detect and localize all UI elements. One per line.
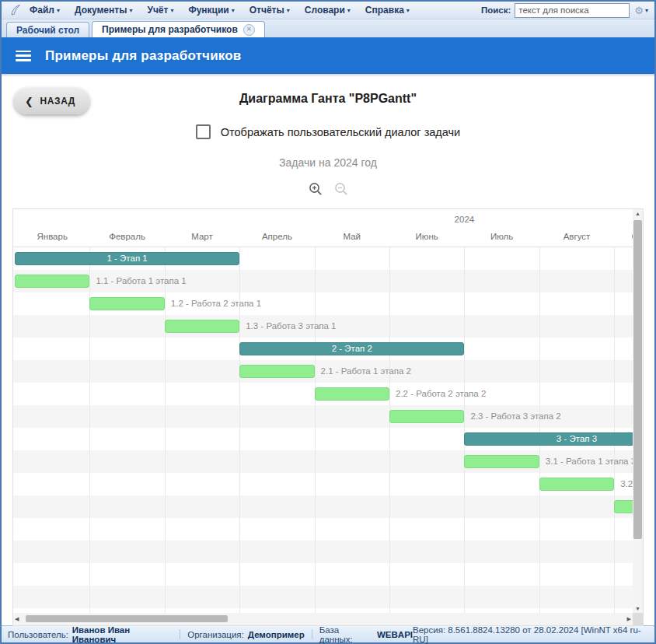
- gantt-subtitle: Задачи на 2024 год: [2, 156, 654, 169]
- menu-caret-icon: ▾: [287, 7, 290, 14]
- gantt-month-label: Январь: [15, 228, 89, 247]
- gantt-month-label: Февраль: [89, 228, 164, 247]
- gantt-year-label: 2024: [15, 209, 633, 228]
- tab-label: Примеры для разработчиков: [102, 24, 238, 35]
- search-area: Поиск: ⚙ ▾: [481, 3, 648, 18]
- gantt-bar-stage[interactable]: 1 - Этап 1: [15, 252, 239, 265]
- main-menu: Файл▾Документы▾Учёт▾Функции▾Отчёты▾Слова…: [30, 5, 424, 16]
- menu-item-2[interactable]: Учёт▾: [147, 5, 173, 16]
- settings-gear-icon[interactable]: ⚙: [634, 5, 644, 16]
- status-db-label: База данных:: [319, 625, 373, 644]
- task-dialog-checkbox-label: Отображать пользовательский диалог задач…: [221, 126, 460, 138]
- horizontal-scrollbar[interactable]: ◀ ▶: [13, 613, 633, 625]
- menu-item-6[interactable]: Справка▾: [365, 5, 410, 16]
- gantt-task-label: 2.3 - Работа 3 этапа 2: [470, 410, 560, 423]
- menu-caret-icon: ▾: [170, 7, 173, 14]
- gantt-bar-stage[interactable]: 3 - Этап 3: [464, 432, 633, 446]
- gantt-bar-work[interactable]: [15, 275, 89, 288]
- status-user-label: Пользователь:: [8, 630, 68, 639]
- app-logo-icon: [9, 4, 22, 16]
- gantt-gridline: [539, 247, 540, 613]
- gantt-task-label: 1.2 - Работа 2 этапа 1: [171, 297, 261, 310]
- gantt-month-label: Май: [315, 228, 389, 247]
- gantt-task-label: 3.2 - Работа 2 этапа 3: [620, 478, 633, 491]
- menu-caret-icon: ▾: [232, 7, 235, 14]
- gantt-gridline: [464, 247, 465, 613]
- gantt-month-label: Июнь: [389, 228, 464, 247]
- gantt-gridline: [614, 247, 615, 613]
- search-input[interactable]: [515, 3, 630, 18]
- menu-caret-icon: ▾: [347, 7, 351, 14]
- status-bar: Пользователь: Иванов Иван Иванович Орган…: [2, 625, 654, 642]
- gantt-bar-work[interactable]: [89, 297, 164, 310]
- menu-caret-icon: ▾: [129, 7, 132, 14]
- status-separator: [312, 629, 312, 639]
- status-org-label: Организация:: [187, 630, 244, 639]
- search-label: Поиск:: [481, 5, 511, 15]
- tab-1[interactable]: Примеры для разработчиков✕: [92, 21, 265, 37]
- horizontal-scrollbar-thumb[interactable]: [26, 615, 228, 622]
- page-content: ❮ НАЗАД Диаграмма Ганта "P8PGantt" Отобр…: [2, 77, 654, 625]
- gantt-month-label: Июль: [464, 228, 539, 247]
- app-header: Примеры для разработчиков: [2, 37, 654, 74]
- status-version: Версия: 8.561.8824.13280 от 28.02.2024 […: [413, 625, 648, 644]
- menu-item-3[interactable]: Функции▾: [188, 5, 234, 16]
- status-org-value: Демопример: [248, 630, 305, 639]
- gantt-task-label: 1.3 - Работа 3 этапа 1: [246, 320, 336, 333]
- gantt-month-label: Сентябрь: [614, 228, 633, 247]
- gantt-bar-work[interactable]: [614, 500, 633, 513]
- tab-close-icon[interactable]: ✕: [243, 24, 255, 36]
- app-header-title: Примеры для разработчиков: [45, 48, 242, 64]
- gantt-task-label: 1.1 - Работа 1 этапа 1: [96, 275, 186, 288]
- scroll-up-icon[interactable]: ▲: [633, 211, 643, 216]
- zoom-controls: [2, 182, 654, 196]
- vertical-scrollbar-thumb[interactable]: [633, 220, 642, 539]
- menu-caret-icon: ▾: [407, 7, 410, 14]
- checkbox-row: Отображать пользовательский диалог задач…: [2, 124, 654, 139]
- gantt-body: 1 - Этап 11.1 - Работа 1 этапа 11.2 - Ра…: [13, 247, 633, 613]
- gantt-gridline: [315, 247, 316, 613]
- menu-item-1[interactable]: Документы▾: [75, 5, 133, 16]
- scroll-left-icon[interactable]: ◀: [15, 616, 19, 622]
- gantt-bar-work[interactable]: [165, 320, 239, 333]
- vertical-scrollbar[interactable]: ▲ ▼: [633, 209, 643, 613]
- gantt-chart: 2024 ЯнварьФевральМартАпрельМайИюньИюльА…: [12, 208, 644, 626]
- gantt-bar-work[interactable]: [239, 365, 314, 378]
- gantt-gridline: [165, 247, 166, 613]
- menu-bar: Файл▾Документы▾Учёт▾Функции▾Отчёты▾Слова…: [2, 2, 654, 19]
- zoom-in-icon[interactable]: [309, 182, 323, 196]
- gantt-viewport: 2024 ЯнварьФевральМартАпрельМайИюньИюльА…: [13, 209, 633, 613]
- status-user-value: Иванов Иван Иванович: [72, 625, 173, 644]
- gantt-month-label: Апрель: [239, 228, 314, 247]
- task-dialog-checkbox[interactable]: [196, 124, 211, 139]
- tab-label: Рабочий стол: [16, 25, 79, 36]
- gantt-month-scale: ЯнварьФевральМартАпрельМайИюньИюльАвгуст…: [13, 228, 633, 247]
- page-title: Диаграмма Ганта "P8PGantt": [2, 92, 654, 106]
- gantt-bar-work[interactable]: [315, 387, 389, 401]
- gantt-month-label: Август: [539, 228, 614, 247]
- tab-bar: Рабочий столПримеры для разработчиков✕: [2, 19, 654, 37]
- gantt-task-label: 2.1 - Работа 1 этапа 2: [321, 365, 411, 378]
- gantt-task-label: 2.2 - Работа 2 этапа 2: [396, 387, 486, 401]
- menu-caret-icon: ▾: [57, 7, 60, 14]
- scroll-right-icon[interactable]: ▶: [627, 616, 631, 622]
- settings-caret-icon[interactable]: ▾: [645, 7, 648, 14]
- gantt-task-label: 3.1 - Работа 1 этапа 3: [546, 455, 633, 468]
- scroll-down-icon[interactable]: ▼: [633, 606, 643, 611]
- zoom-out-icon[interactable]: [334, 182, 348, 196]
- menu-item-5[interactable]: Словари▾: [305, 5, 351, 16]
- gantt-month-label: Март: [165, 228, 239, 247]
- gantt-bar-stage[interactable]: 2 - Этап 2: [239, 342, 464, 355]
- gantt-bar-work[interactable]: [464, 455, 539, 468]
- gantt-gridline: [389, 247, 390, 613]
- menu-item-4[interactable]: Отчёты▾: [249, 5, 290, 16]
- status-db-value: WEBAPI: [377, 630, 413, 639]
- tab-0[interactable]: Рабочий стол: [6, 22, 89, 37]
- menu-item-0[interactable]: Файл▾: [30, 5, 60, 16]
- status-separator: [180, 629, 180, 639]
- gantt-bar-work[interactable]: [389, 410, 464, 423]
- app-window: Файл▾Документы▾Учёт▾Функции▾Отчёты▾Слова…: [0, 0, 656, 644]
- gantt-bar-work[interactable]: [539, 478, 614, 491]
- hamburger-menu-icon[interactable]: [16, 51, 31, 61]
- scrollbar-corner: [633, 613, 643, 625]
